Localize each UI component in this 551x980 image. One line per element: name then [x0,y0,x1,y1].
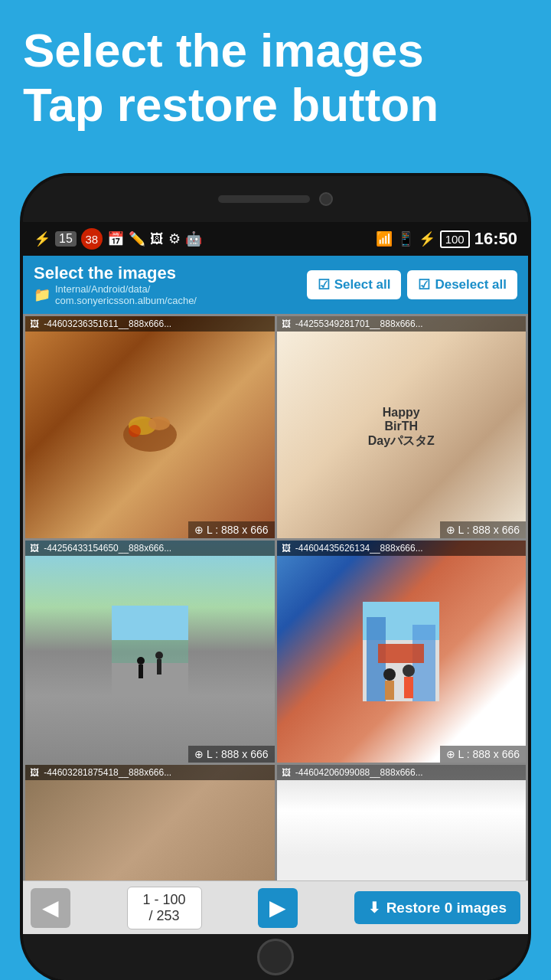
file-icon-2: 🖼 [282,318,291,329]
cell-filename-6: 🖼 -44604206099088__888x666... [277,765,527,780]
header-title: Select the images [34,263,197,283]
camera [319,192,333,206]
svg-rect-6 [112,663,188,697]
svg-rect-17 [385,681,394,700]
charging-icon: ⚡ [419,230,435,247]
folder-icon: 📁 [34,286,51,303]
svg-rect-19 [404,677,413,698]
image-festival [277,541,527,763]
header-title-block: Select the images 📁 Internal/Android/dat… [34,263,197,306]
cell-dims-4: ⊕ L : 888 x 666 [440,746,526,763]
grid-cell-5[interactable]: 🖼 -44603281875418__888x666... [25,765,275,880]
grid-cell-6[interactable]: 🖼 -44604206099088__888x666... [277,765,527,880]
restore-button[interactable]: ⬇ Restore 0 images [354,891,520,924]
badge-15: 15 [55,231,77,247]
instruction-text: Select the images Tap restore button [23,23,528,132]
svg-point-18 [403,665,415,677]
restore-icon: ⬇ [368,899,380,916]
cell-dims-1: ⊕ L : 888 x 666 [188,521,274,538]
path-line2: com.sonyericsson.album/cache/ [55,295,197,306]
next-page-button[interactable]: ▶ [258,888,298,928]
food-placeholder-svg [119,397,181,458]
svg-point-9 [155,652,163,659]
svg-rect-15 [378,644,424,663]
status-bar: ⚡ 15 38 📅 ✏️ 🖼 ⚙ 🤖 📶 📱 ⚡ 100 16:50 [23,222,528,256]
home-button[interactable] [257,939,294,975]
signal-icon: 📱 [397,230,414,247]
speaker [218,195,310,203]
phone-shell: ⚡ 15 38 📅 ✏️ 🖼 ⚙ 🤖 📶 📱 ⚡ 100 16:50 Selec… [23,176,528,980]
edit-icon: ✏️ [129,230,145,247]
instructions-block: Select the images Tap restore button [0,0,551,148]
prev-page-button[interactable]: ◀ [31,888,70,928]
cell-dims-3: ⊕ L : 888 x 666 [188,746,274,763]
select-check-icon: ☑ [318,276,330,293]
badge-38: 38 [81,228,103,250]
svg-rect-5 [112,640,188,663]
page-info: 1 - 100 / 253 [127,887,202,929]
deselect-all-label: Deselect all [435,277,507,292]
header-buttons: ☑ Select all ☑ Deselect all [307,270,517,299]
select-all-label: Select all [334,277,391,292]
status-right: 📶 📱 ⚡ 100 16:50 [376,229,517,249]
image-partial2 [277,765,527,880]
phone-top-bar [23,176,528,222]
battery: 100 [440,230,470,248]
image-partial1 [25,765,275,880]
restore-label: Restore 0 images [386,900,507,916]
bottom-bar: ◀ 1 - 100 / 253 ▶ ⬇ Restore 0 images [23,880,528,934]
header-path: Internal/Android/data/ com.sonyericsson.… [55,283,197,306]
file-icon-4: 🖼 [282,543,291,554]
deselect-check-icon: ☑ [418,276,430,293]
festival-svg [363,602,439,701]
phone-bottom-bar [23,934,528,980]
image-river [25,541,275,763]
svg-rect-10 [157,659,161,675]
file-icon-3: 🖼 [30,543,39,554]
cell-filename-5: 🖼 -44603281875418__888x666... [25,765,275,780]
image-birthday: HappyBirTHDayパスタZ [277,316,527,538]
svg-rect-4 [112,606,188,640]
path-line1: Internal/Android/data/ [55,283,197,295]
image-grid: 🖼 -44603236351611__888x666... ⊕ L : 888 … [23,314,528,880]
file-icon-5: 🖼 [30,767,39,778]
usb-icon: ⚡ [34,230,51,247]
grid-cell-3[interactable]: 🖼 -44256433154650__888x666... ⊕ L : 888 … [25,541,275,763]
svg-point-16 [383,668,396,681]
image-food [25,316,275,538]
river-svg [112,606,188,697]
grid-cell-4[interactable]: 🖼 -44604435626134__888x666... ⊕ L : 888 … [277,541,527,763]
wifi-icon: 📶 [376,230,393,247]
image-icon: 🖼 [150,231,164,247]
birthday-text: HappyBirTHDayパスタZ [368,406,435,449]
svg-rect-8 [139,665,143,678]
android-icon: 🤖 [185,230,202,247]
grid-cell-2[interactable]: HappyBirTHDayパスタZ 🖼 -44255349281701__888… [277,316,527,538]
svg-point-3 [129,425,141,437]
cell-filename-3: 🖼 -44256433154650__888x666... [25,541,275,556]
calendar-icon: 📅 [107,230,124,247]
app-header: Select the images 📁 Internal/Android/dat… [23,256,528,314]
cell-filename-4: 🖼 -44604435626134__888x666... [277,541,527,556]
select-all-button[interactable]: ☑ Select all [307,270,402,299]
cell-filename-2: 🖼 -44255349281701__888x666... [277,316,527,332]
svg-point-2 [148,416,170,430]
clock: 16:50 [474,229,517,249]
svg-point-7 [137,657,145,665]
cell-filename-1: 🖼 -44603236351611__888x666... [25,316,275,332]
app-content: Select the images 📁 Internal/Android/dat… [23,256,528,934]
file-icon-1: 🖼 [30,318,39,329]
settings-icon: ⚙ [168,230,181,247]
cell-dims-2: ⊕ L : 888 x 666 [440,521,526,538]
header-path-row: 📁 Internal/Android/data/ com.sonyericsso… [34,283,197,306]
deselect-all-button[interactable]: ☑ Deselect all [407,270,517,299]
file-icon-6: 🖼 [282,767,291,778]
status-left: ⚡ 15 38 📅 ✏️ 🖼 ⚙ 🤖 [34,228,202,250]
grid-cell-1[interactable]: 🖼 -44603236351611__888x666... ⊕ L : 888 … [25,316,275,538]
